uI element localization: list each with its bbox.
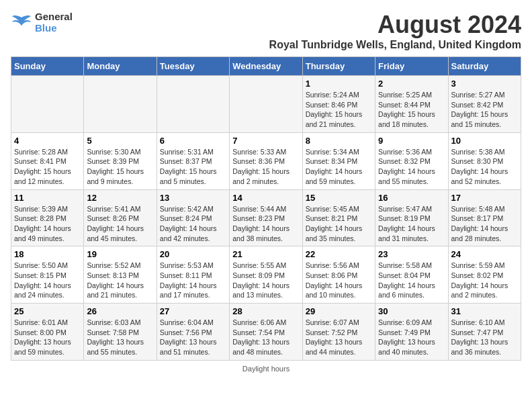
day-info: Sunrise: 5:33 AM Sunset: 8:36 PM Dayligh…: [232, 147, 299, 187]
calendar-cell: 18Sunrise: 5:50 AM Sunset: 8:15 PM Dayli…: [11, 246, 84, 304]
calendar-cell: 11Sunrise: 5:39 AM Sunset: 8:28 PM Dayli…: [11, 189, 84, 246]
calendar-cell: [157, 76, 229, 133]
day-info: Sunrise: 5:25 AM Sunset: 8:44 PM Dayligh…: [378, 90, 445, 130]
calendar-week-row: 18Sunrise: 5:50 AM Sunset: 8:15 PM Dayli…: [11, 246, 521, 304]
calendar-cell: 27Sunrise: 6:04 AM Sunset: 7:56 PM Dayli…: [157, 304, 229, 361]
calendar-cell: 4Sunrise: 5:28 AM Sunset: 8:41 PM Daylig…: [11, 132, 84, 189]
calendar-cell: 26Sunrise: 6:03 AM Sunset: 7:58 PM Dayli…: [84, 304, 157, 361]
day-number: 15: [306, 193, 372, 203]
day-info: Sunrise: 6:04 AM Sunset: 7:56 PM Dayligh…: [160, 318, 226, 357]
day-info: Sunrise: 5:28 AM Sunset: 8:41 PM Dayligh…: [14, 147, 81, 187]
calendar-cell: 24Sunrise: 5:59 AM Sunset: 8:02 PM Dayli…: [448, 246, 521, 304]
calendar-table: SundayMondayTuesdayWednesdayThursdayFrid…: [11, 56, 521, 361]
calendar-cell: 1Sunrise: 5:24 AM Sunset: 8:46 PM Daylig…: [302, 76, 375, 133]
day-info: Sunrise: 6:09 AM Sunset: 7:49 PM Dayligh…: [378, 318, 445, 357]
calendar-cell: 12Sunrise: 5:41 AM Sunset: 8:26 PM Dayli…: [84, 189, 157, 246]
calendar-cell: 9Sunrise: 5:36 AM Sunset: 8:32 PM Daylig…: [375, 132, 448, 189]
calendar-cell: 28Sunrise: 6:06 AM Sunset: 7:54 PM Dayli…: [230, 304, 302, 361]
footer-note: Daylight hours: [11, 365, 521, 373]
calendar-cell: 16Sunrise: 5:47 AM Sunset: 8:19 PM Dayli…: [375, 189, 448, 246]
calendar-week-row: 1Sunrise: 5:24 AM Sunset: 8:46 PM Daylig…: [11, 76, 521, 133]
day-info: Sunrise: 6:10 AM Sunset: 7:47 PM Dayligh…: [451, 318, 518, 357]
day-number: 3: [451, 79, 518, 89]
calendar-cell: 8Sunrise: 5:34 AM Sunset: 8:34 PM Daylig…: [302, 132, 375, 189]
day-number: 8: [306, 136, 372, 146]
calendar-header-row: SundayMondayTuesdayWednesdayThursdayFrid…: [11, 57, 521, 76]
day-number: 19: [87, 249, 153, 259]
day-number: 29: [306, 306, 372, 316]
logo: General Blue: [11, 11, 73, 34]
day-info: Sunrise: 6:03 AM Sunset: 7:58 PM Dayligh…: [87, 318, 153, 357]
day-number: 28: [232, 306, 299, 316]
day-number: 22: [306, 249, 372, 259]
calendar-cell: 10Sunrise: 5:38 AM Sunset: 8:30 PM Dayli…: [448, 132, 521, 189]
day-number: 26: [87, 306, 153, 316]
title-area: August 2024 Royal Tunbridge Wells, Engla…: [269, 11, 521, 51]
day-info: Sunrise: 6:06 AM Sunset: 7:54 PM Dayligh…: [232, 318, 299, 357]
day-number: 23: [378, 249, 445, 259]
day-info: Sunrise: 5:44 AM Sunset: 8:23 PM Dayligh…: [232, 204, 299, 244]
day-number: 14: [232, 193, 299, 203]
day-number: 2: [378, 79, 445, 89]
logo-text: General Blue: [35, 11, 73, 34]
day-info: Sunrise: 5:31 AM Sunset: 8:37 PM Dayligh…: [160, 147, 226, 187]
day-number: 10: [451, 136, 518, 146]
day-number: 20: [160, 249, 226, 259]
day-info: Sunrise: 5:58 AM Sunset: 8:04 PM Dayligh…: [378, 261, 445, 300]
day-info: Sunrise: 5:27 AM Sunset: 8:42 PM Dayligh…: [451, 90, 518, 130]
day-number: 12: [87, 193, 153, 203]
day-number: 5: [87, 136, 153, 146]
day-number: 6: [160, 136, 226, 146]
calendar-cell: [11, 76, 84, 133]
calendar-cell: 31Sunrise: 6:10 AM Sunset: 7:47 PM Dayli…: [448, 304, 521, 361]
calendar-header-saturday: Saturday: [448, 57, 521, 76]
day-number: 11: [14, 193, 81, 203]
calendar-cell: 29Sunrise: 6:07 AM Sunset: 7:52 PM Dayli…: [302, 304, 375, 361]
calendar-cell: 6Sunrise: 5:31 AM Sunset: 8:37 PM Daylig…: [157, 132, 229, 189]
calendar-week-row: 11Sunrise: 5:39 AM Sunset: 8:28 PM Dayli…: [11, 189, 521, 246]
calendar-header-friday: Friday: [375, 57, 448, 76]
calendar-cell: [84, 76, 157, 133]
calendar-cell: 15Sunrise: 5:45 AM Sunset: 8:21 PM Dayli…: [302, 189, 375, 246]
calendar-header-monday: Monday: [84, 57, 157, 76]
calendar-cell: [230, 76, 302, 133]
day-info: Sunrise: 5:55 AM Sunset: 8:09 PM Dayligh…: [232, 261, 299, 300]
calendar-cell: 30Sunrise: 6:09 AM Sunset: 7:49 PM Dayli…: [375, 304, 448, 361]
calendar-week-row: 25Sunrise: 6:01 AM Sunset: 8:00 PM Dayli…: [11, 304, 521, 361]
day-info: Sunrise: 5:24 AM Sunset: 8:46 PM Dayligh…: [306, 90, 372, 130]
day-number: 1: [306, 79, 372, 89]
calendar-cell: 14Sunrise: 5:44 AM Sunset: 8:23 PM Dayli…: [230, 189, 302, 246]
day-info: Sunrise: 5:42 AM Sunset: 8:24 PM Dayligh…: [160, 204, 226, 244]
logo-icon: [11, 13, 32, 32]
calendar-week-row: 4Sunrise: 5:28 AM Sunset: 8:41 PM Daylig…: [11, 132, 521, 189]
day-info: Sunrise: 5:56 AM Sunset: 8:06 PM Dayligh…: [306, 261, 372, 300]
calendar-cell: 7Sunrise: 5:33 AM Sunset: 8:36 PM Daylig…: [230, 132, 302, 189]
day-info: Sunrise: 5:45 AM Sunset: 8:21 PM Dayligh…: [306, 204, 372, 244]
day-info: Sunrise: 5:52 AM Sunset: 8:13 PM Dayligh…: [87, 261, 153, 300]
day-info: Sunrise: 5:53 AM Sunset: 8:11 PM Dayligh…: [160, 261, 226, 300]
page-subtitle: Royal Tunbridge Wells, England, United K…: [269, 39, 521, 51]
day-number: 18: [14, 249, 81, 259]
calendar-cell: 23Sunrise: 5:58 AM Sunset: 8:04 PM Dayli…: [375, 246, 448, 304]
calendar-cell: 20Sunrise: 5:53 AM Sunset: 8:11 PM Dayli…: [157, 246, 229, 304]
day-number: 17: [451, 193, 518, 203]
page-title: August 2024: [269, 11, 521, 39]
day-info: Sunrise: 5:41 AM Sunset: 8:26 PM Dayligh…: [87, 204, 153, 244]
day-info: Sunrise: 5:30 AM Sunset: 8:39 PM Dayligh…: [87, 147, 153, 187]
calendar-cell: 3Sunrise: 5:27 AM Sunset: 8:42 PM Daylig…: [448, 76, 521, 133]
calendar-cell: 21Sunrise: 5:55 AM Sunset: 8:09 PM Dayli…: [230, 246, 302, 304]
calendar-header-wednesday: Wednesday: [230, 57, 302, 76]
day-number: 31: [451, 306, 518, 316]
day-info: Sunrise: 5:48 AM Sunset: 8:17 PM Dayligh…: [451, 204, 518, 244]
calendar-header-sunday: Sunday: [11, 57, 84, 76]
day-number: 25: [14, 306, 81, 316]
day-info: Sunrise: 6:07 AM Sunset: 7:52 PM Dayligh…: [306, 318, 372, 357]
day-info: Sunrise: 5:38 AM Sunset: 8:30 PM Dayligh…: [451, 147, 518, 187]
day-info: Sunrise: 5:47 AM Sunset: 8:19 PM Dayligh…: [378, 204, 445, 244]
calendar-cell: 25Sunrise: 6:01 AM Sunset: 8:00 PM Dayli…: [11, 304, 84, 361]
day-number: 9: [378, 136, 445, 146]
header: General Blue August 2024 Royal Tunbridge…: [11, 11, 521, 51]
day-number: 4: [14, 136, 81, 146]
calendar-cell: 22Sunrise: 5:56 AM Sunset: 8:06 PM Dayli…: [302, 246, 375, 304]
day-number: 24: [451, 249, 518, 259]
